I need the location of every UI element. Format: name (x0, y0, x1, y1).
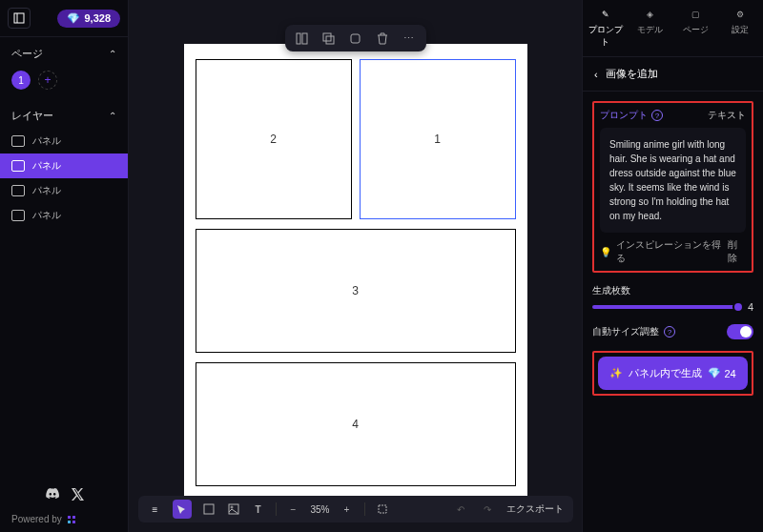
lightbulb-icon: 💡 (600, 247, 611, 257)
discord-icon[interactable] (45, 488, 60, 502)
back-add-image[interactable]: ‹ 画像を追加 (583, 57, 763, 92)
duplicate-icon[interactable] (321, 31, 337, 46)
gem-icon: 💎 (67, 12, 80, 25)
image-tool[interactable] (226, 501, 241, 517)
trash-icon[interactable] (375, 31, 390, 46)
svg-rect-6 (351, 34, 360, 43)
tab-page[interactable]: ▢ページ (673, 0, 718, 56)
floating-toolbar: ⋯ (285, 25, 426, 51)
menu-icon[interactable]: ≡ (148, 501, 163, 517)
panel-icon (11, 160, 25, 172)
credits-pill[interactable]: 💎 9,328 (57, 10, 120, 28)
chevron-up-icon: ⌃ (109, 111, 116, 121)
powered-by: Powered by (11, 514, 116, 524)
help-icon[interactable]: ? (651, 110, 663, 121)
zoom-out-button[interactable]: − (286, 501, 301, 517)
panel-4[interactable]: 4 (196, 362, 516, 486)
cursor-tool[interactable] (173, 500, 192, 519)
svg-rect-2 (297, 33, 300, 44)
page-canvas[interactable]: 2 1 3 4 (184, 44, 527, 501)
x-icon[interactable] (72, 488, 84, 502)
panel-icon (11, 210, 25, 221)
chevron-up-icon: ⌃ (109, 49, 116, 59)
svg-point-9 (231, 506, 233, 508)
count-value: 4 (748, 301, 753, 313)
layer-item[interactable]: パネル (0, 153, 128, 178)
prompt-label: プロンプト ? (600, 109, 663, 122)
pages-section-header[interactable]: ページ ⌃ (0, 37, 128, 67)
copy-icon[interactable] (348, 31, 363, 46)
gear-icon: ⚙ (733, 8, 747, 21)
text-tool[interactable]: T (251, 501, 266, 517)
bottom-toolbar: ≡ T − 35% + ↶ ↷ エクスポート (138, 496, 573, 522)
layout-icon[interactable] (295, 31, 310, 46)
brand-dots-icon (68, 516, 77, 523)
layers-section-header[interactable]: レイヤー ⌃ (0, 99, 128, 129)
canvas-area[interactable]: ⋯ 2 1 3 4 ≡ T − 35% + ↶ ↷ エクスポート (129, 0, 582, 532)
credits-value: 9,328 (84, 12, 111, 24)
svg-rect-3 (302, 33, 307, 44)
pencil-icon: ✎ (599, 8, 612, 21)
rect-tool[interactable] (201, 501, 217, 517)
zoom-level[interactable]: 35% (311, 504, 330, 515)
page-thumb-1[interactable]: 1 (11, 71, 31, 90)
tab-prompt[interactable]: ✎プロンプト (583, 0, 628, 56)
slider-thumb[interactable] (732, 301, 744, 313)
tab-settings[interactable]: ⚙設定 (718, 0, 763, 56)
autosize-label: 自動サイズ調整 (592, 325, 659, 338)
panel-1[interactable]: 1 (360, 59, 516, 219)
generate-block-highlight: ✨ パネル内で生成 💎24 (592, 351, 753, 396)
more-icon[interactable]: ⋯ (402, 31, 417, 46)
prompt-textarea[interactable]: Smiling anime girl with long hair. She i… (600, 128, 746, 233)
delete-button[interactable]: 削除 (728, 238, 746, 265)
layer-item[interactable]: パネル (0, 203, 128, 228)
svg-rect-5 (326, 36, 334, 44)
layer-item[interactable]: パネル (0, 129, 128, 153)
count-label: 生成枚数 (592, 284, 753, 297)
count-slider[interactable] (592, 305, 740, 309)
panel-icon (11, 135, 25, 147)
panel-icon (11, 185, 25, 196)
export-button[interactable]: エクスポート (506, 502, 564, 516)
help-icon[interactable]: ? (664, 326, 675, 338)
panel-3[interactable]: 3 (196, 229, 516, 353)
inspiration-button[interactable]: 💡インスピレーションを得る (600, 238, 728, 265)
prompt-block-highlight: プロンプト ? テキスト Smiling anime girl with lon… (592, 101, 753, 273)
chevron-left-icon: ‹ (594, 69, 598, 80)
svg-rect-0 (14, 13, 24, 23)
redo-button[interactable]: ↷ (480, 501, 495, 517)
tab-model[interactable]: ◈モデル (628, 0, 672, 56)
fit-icon[interactable] (375, 501, 390, 517)
text-mode-label[interactable]: テキスト (708, 109, 746, 122)
layer-item[interactable]: パネル (0, 178, 128, 203)
svg-rect-4 (323, 33, 331, 41)
panel-2[interactable]: 2 (196, 59, 352, 219)
page-icon: ▢ (689, 8, 702, 21)
generate-button[interactable]: ✨ パネル内で生成 💎24 (598, 357, 748, 390)
gen-cost: 24 (724, 368, 735, 379)
autosize-toggle[interactable] (727, 324, 753, 339)
gem-icon: 💎 (708, 367, 721, 379)
svg-rect-10 (379, 505, 386, 513)
svg-rect-7 (204, 504, 214, 514)
cube-icon: ◈ (644, 8, 657, 21)
app-logo[interactable] (8, 8, 31, 29)
wand-icon: ✨ (609, 367, 623, 379)
add-page-button[interactable]: + (38, 71, 57, 90)
undo-button[interactable]: ↶ (453, 501, 468, 517)
zoom-in-button[interactable]: + (340, 501, 355, 517)
